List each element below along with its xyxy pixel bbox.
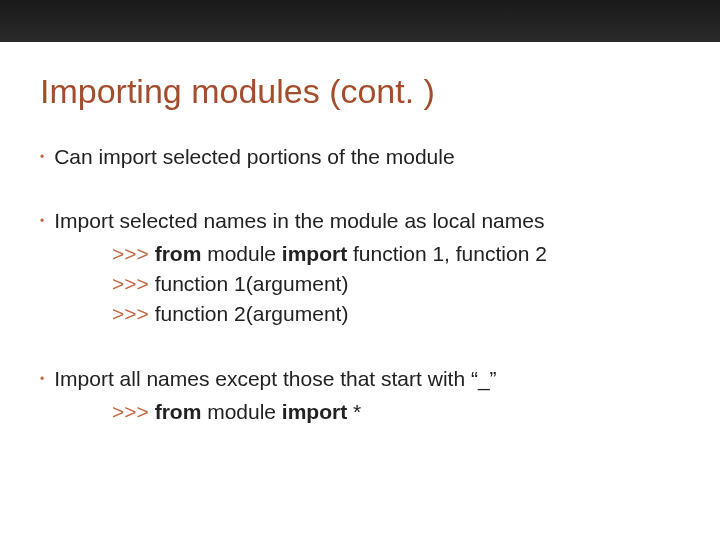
bullet-text: Can import selected portions of the modu… xyxy=(54,143,454,171)
bullet-text: Import selected names in the module as l… xyxy=(54,207,544,235)
prompt-text: >>> xyxy=(112,272,155,295)
code-text: function 2(argument) xyxy=(155,302,349,325)
keyword: import xyxy=(282,242,347,265)
code-line: >>> function 2(argument) xyxy=(112,299,680,329)
bullet-icon: • xyxy=(40,207,44,235)
slide-title: Importing modules (cont. ) xyxy=(40,72,680,111)
slide-content: Importing modules (cont. ) • Can import … xyxy=(0,42,720,427)
code-text: * xyxy=(347,400,361,423)
title-bar xyxy=(0,0,720,42)
code-text: module xyxy=(201,400,282,423)
prompt-text: >>> xyxy=(112,400,155,423)
code-line: >>> from module import function 1, funct… xyxy=(112,239,680,269)
code-line: >>> from module import * xyxy=(112,397,680,427)
prompt-text: >>> xyxy=(112,242,155,265)
bullet-icon: • xyxy=(40,365,44,393)
bullet-1: • Can import selected portions of the mo… xyxy=(40,143,680,171)
keyword: from xyxy=(155,242,202,265)
bullet-icon: • xyxy=(40,143,44,171)
keyword: from xyxy=(155,400,202,423)
code-text: function 1, function 2 xyxy=(347,242,547,265)
bullet-2: • Import selected names in the module as… xyxy=(40,207,680,329)
prompt-text: >>> xyxy=(112,302,155,325)
code-line: >>> function 1(argument) xyxy=(112,269,680,299)
code-text: function 1(argument) xyxy=(155,272,349,295)
keyword: import xyxy=(282,400,347,423)
bullet-3: • Import all names except those that sta… xyxy=(40,365,680,427)
code-text: module xyxy=(201,242,282,265)
bullet-text: Import all names except those that start… xyxy=(54,365,496,393)
